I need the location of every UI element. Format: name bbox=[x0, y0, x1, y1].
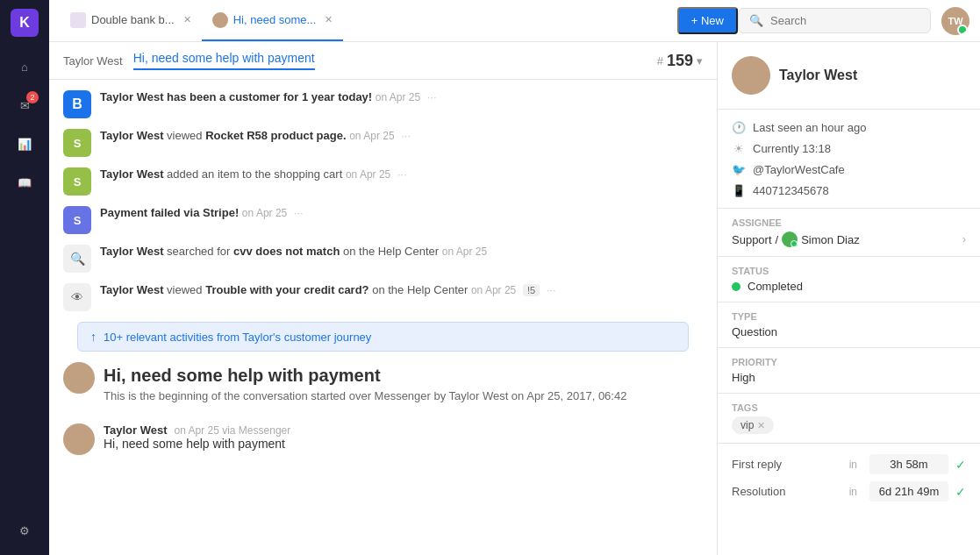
timezone-row: ☀ Currently 13:18 bbox=[732, 141, 966, 155]
phone-row: 📱 440712345678 bbox=[732, 183, 966, 197]
original-message-section: Hi, need some help with payment This is … bbox=[63, 362, 703, 413]
activity-content-6: Taylor West viewed Trouble with your cre… bbox=[100, 283, 703, 296]
tab-hi-need[interactable]: Hi, need some... ✕ bbox=[202, 0, 344, 41]
tags-label: Tags bbox=[732, 402, 966, 413]
timezone-text: Currently 13:18 bbox=[753, 142, 831, 155]
right-panel: Taylor West 🕐 Last seen an hour ago ☀ Cu… bbox=[717, 42, 980, 555]
conversation-from: Taylor West bbox=[63, 54, 123, 68]
activity-item: S Taylor West viewed Rocket R58 product … bbox=[63, 129, 703, 157]
resolution-in-label: in bbox=[849, 486, 857, 498]
tag-vip-label: vip bbox=[740, 419, 754, 431]
sidebar: K ⌂ ✉ 2 📊 📖 ⚙ bbox=[0, 0, 49, 555]
activity-content-3: Taylor West added an item to the shoppin… bbox=[100, 167, 703, 181]
status-dot-icon bbox=[732, 282, 740, 291]
sidebar-item-conversations[interactable]: ✉ 2 bbox=[9, 89, 40, 121]
tab-double-bank[interactable]: Double bank b... ✕ bbox=[60, 0, 202, 41]
assignee-value[interactable]: Support / Simon Diaz › bbox=[732, 231, 966, 247]
activity-dots-1[interactable]: ··· bbox=[427, 90, 437, 103]
activity-item: 👁 Taylor West viewed Trouble with your c… bbox=[63, 283, 703, 311]
assignee-avatar bbox=[782, 231, 798, 247]
status-value[interactable]: Completed bbox=[732, 280, 966, 293]
new-button[interactable]: + New bbox=[677, 7, 738, 34]
type-value[interactable]: Question bbox=[732, 325, 966, 338]
first-reply-label: First reply bbox=[732, 458, 837, 471]
tab-close-2[interactable]: ✕ bbox=[325, 14, 333, 25]
resolution-row: Resolution in 6d 21h 49m ✓ bbox=[732, 481, 966, 502]
journey-arrow-icon: ↑ bbox=[90, 330, 97, 344]
activity-item: B Taylor West has been a customer for 1 … bbox=[63, 90, 703, 118]
inbox-badge: 2 bbox=[26, 91, 39, 103]
conversation-id: # 159 ▾ bbox=[657, 52, 703, 70]
topbar: Double bank b... ✕ Hi, need some... ✕ + … bbox=[49, 0, 980, 42]
sidebar-item-reports[interactable]: 📊 bbox=[9, 128, 40, 160]
search-input[interactable] bbox=[770, 14, 919, 27]
message-avatar-2 bbox=[63, 423, 95, 455]
message-body-2: Taylor West on Apr 25 via Messenger Hi, … bbox=[104, 423, 703, 455]
activity-icon-shopify-1: S bbox=[63, 129, 91, 157]
priority-label: Priority bbox=[732, 357, 966, 367]
contact-name[interactable]: Taylor West bbox=[779, 68, 857, 83]
sun-icon: ☀ bbox=[732, 141, 746, 155]
last-seen-row: 🕐 Last seen an hour ago bbox=[732, 120, 966, 134]
priority-section: Priority High bbox=[718, 348, 980, 394]
first-reply-check-icon: ✓ bbox=[955, 458, 966, 472]
resolution-label: Resolution bbox=[732, 485, 837, 498]
conversation-expand-icon[interactable]: ▾ bbox=[697, 54, 703, 68]
sidebar-item-settings[interactable]: ⚙ bbox=[9, 515, 40, 546]
assignee-label: Assignee bbox=[732, 217, 966, 228]
activity-icon-birthday: B bbox=[63, 90, 91, 118]
twitter-row: 🐦 @TaylorWestCafe bbox=[732, 162, 966, 176]
sla-section: First reply in 3h 58m ✓ Resolution in 6d… bbox=[718, 444, 980, 519]
activity-badge-6: !5 bbox=[523, 284, 540, 296]
tag-vip: vip ✕ bbox=[732, 416, 774, 434]
resolution-check-icon: ✓ bbox=[955, 485, 966, 499]
status-section: Status Completed bbox=[718, 257, 980, 302]
user-avatar[interactable]: TW bbox=[941, 7, 969, 35]
tag-vip-remove[interactable]: ✕ bbox=[757, 420, 765, 431]
activity-dots-3[interactable]: ··· bbox=[397, 167, 407, 181]
sidebar-item-inbox[interactable]: ⌂ bbox=[9, 51, 40, 82]
contact-details: 🕐 Last seen an hour ago ☀ Currently 13:1… bbox=[718, 110, 980, 209]
tags-row: vip ✕ bbox=[732, 416, 966, 434]
message-subtitle: This is the beginning of the conversatio… bbox=[104, 389, 703, 402]
activity-dots-4[interactable]: ··· bbox=[294, 206, 304, 219]
conversation-title[interactable]: Hi, need some help with payment bbox=[133, 51, 315, 70]
activity-dots-6[interactable]: ··· bbox=[547, 283, 556, 296]
tab-label-1: Double bank b... bbox=[91, 13, 175, 26]
conversation-header: Taylor West Hi, need some help with paym… bbox=[49, 42, 717, 80]
first-reply-value: 3h 58m bbox=[869, 454, 948, 474]
tags-section: Tags vip ✕ bbox=[718, 394, 980, 444]
sidebar-item-knowledge[interactable]: 📖 bbox=[9, 167, 40, 198]
book-icon: 📖 bbox=[18, 176, 32, 189]
activity-dots-2[interactable]: ··· bbox=[401, 129, 411, 142]
assignee-section: Assignee Support / Simon Diaz › bbox=[718, 209, 980, 257]
conversation-panel: Taylor West Hi, need some help with paym… bbox=[49, 42, 717, 555]
phone-icon: 📱 bbox=[732, 183, 746, 197]
first-reply-row: First reply in 3h 58m ✓ bbox=[732, 454, 966, 474]
reply-text: Hi, need some help with payment bbox=[104, 437, 703, 451]
activity-icon-stripe: S bbox=[63, 206, 91, 234]
phone-text: 440712345678 bbox=[753, 184, 829, 197]
reply-author: Taylor West bbox=[104, 423, 167, 437]
message-body-1: Hi, need some help with payment This is … bbox=[104, 362, 703, 402]
tab-label-2: Hi, need some... bbox=[233, 13, 317, 26]
first-reply-in-label: in bbox=[849, 459, 857, 471]
activity-item: S Payment failed via Stripe! on Apr 25 ·… bbox=[63, 206, 703, 234]
journey-banner[interactable]: ↑ 10+ relevant activities from Taylor's … bbox=[77, 322, 689, 352]
activity-icon-shopify-2: S bbox=[63, 167, 91, 196]
priority-value[interactable]: High bbox=[732, 371, 966, 384]
reply-message: Taylor West on Apr 25 via Messenger Hi, … bbox=[63, 423, 703, 469]
assignee-chevron-icon: › bbox=[962, 233, 966, 245]
chart-icon: 📊 bbox=[18, 138, 32, 151]
type-label: Type bbox=[732, 311, 966, 322]
activity-content-4: Payment failed via Stripe! on Apr 25 ··· bbox=[100, 206, 703, 219]
journey-banner-text: 10+ relevant activities from Taylor's cu… bbox=[104, 331, 371, 344]
activity-content-1: Taylor West has been a customer for 1 ye… bbox=[100, 90, 703, 103]
tab-close-1[interactable]: ✕ bbox=[183, 14, 191, 25]
contact-avatar bbox=[732, 56, 770, 95]
search-icon: 🔍 bbox=[749, 14, 763, 27]
settings-icon: ⚙ bbox=[19, 524, 30, 537]
message-title: Hi, need some help with payment bbox=[104, 366, 703, 386]
assignee-name: Simon Diaz bbox=[801, 233, 859, 246]
app-logo[interactable]: K bbox=[11, 9, 39, 37]
